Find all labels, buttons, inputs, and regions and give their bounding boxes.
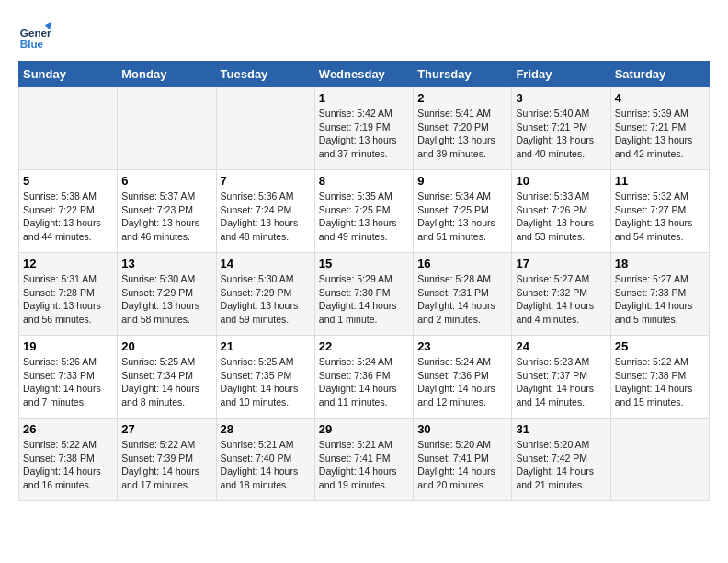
day-number: 6 [121,174,211,188]
calendar-cell: 25Sunrise: 5:22 AMSunset: 7:38 PMDayligh… [610,336,709,419]
week-row-5: 26Sunrise: 5:22 AMSunset: 7:38 PMDayligh… [19,419,710,501]
day-number: 23 [417,339,507,353]
calendar-cell: 16Sunrise: 5:28 AMSunset: 7:31 PMDayligh… [414,253,512,336]
calendar-cell: 28Sunrise: 5:21 AMSunset: 7:40 PMDayligh… [216,419,314,501]
weekday-header-monday: Monday [118,62,216,87]
day-number: 17 [516,257,606,270]
calendar-cell: 19Sunrise: 5:26 AMSunset: 7:33 PMDayligh… [19,336,118,419]
calendar-cell: 7Sunrise: 5:36 AMSunset: 7:24 PMDaylight… [216,170,314,253]
day-number: 29 [319,422,409,436]
day-info: Sunrise: 5:36 AMSunset: 7:24 PMDaylight:… [221,190,311,244]
day-info: Sunrise: 5:38 AMSunset: 7:22 PMDaylight:… [23,190,113,244]
day-info: Sunrise: 5:40 AMSunset: 7:21 PMDaylight:… [516,107,606,161]
calendar-cell: 4Sunrise: 5:39 AMSunset: 7:21 PMDaylight… [610,87,709,170]
day-info: Sunrise: 5:30 AMSunset: 7:29 PMDaylight:… [221,272,311,327]
week-row-4: 19Sunrise: 5:26 AMSunset: 7:33 PMDayligh… [19,336,710,419]
day-number: 7 [221,174,311,188]
calendar-cell: 24Sunrise: 5:23 AMSunset: 7:37 PMDayligh… [512,336,610,419]
day-info: Sunrise: 5:21 AMSunset: 7:40 PMDaylight:… [221,438,311,492]
day-number: 10 [516,174,606,188]
day-info: Sunrise: 5:34 AMSunset: 7:25 PMDaylight:… [417,190,507,244]
calendar-cell: 31Sunrise: 5:20 AMSunset: 7:42 PMDayligh… [512,419,610,501]
day-info: Sunrise: 5:41 AMSunset: 7:20 PMDaylight:… [417,107,507,161]
day-info: Sunrise: 5:20 AMSunset: 7:42 PMDaylight:… [516,438,606,492]
day-info: Sunrise: 5:21 AMSunset: 7:41 PMDaylight:… [319,438,409,492]
day-info: Sunrise: 5:25 AMSunset: 7:35 PMDaylight:… [221,355,311,409]
day-number: 11 [615,174,705,188]
calendar-cell [118,87,216,170]
calendar-cell: 10Sunrise: 5:33 AMSunset: 7:26 PMDayligh… [512,170,610,253]
day-info: Sunrise: 5:24 AMSunset: 7:36 PMDaylight:… [319,355,409,409]
day-info: Sunrise: 5:30 AMSunset: 7:29 PMDaylight:… [121,272,211,327]
calendar-cell: 15Sunrise: 5:29 AMSunset: 7:30 PMDayligh… [314,253,413,336]
page-header: General Blue [18,18,710,52]
day-info: Sunrise: 5:27 AMSunset: 7:32 PMDaylight:… [516,272,606,327]
day-info: Sunrise: 5:33 AMSunset: 7:26 PMDaylight:… [516,190,606,244]
day-number: 18 [615,257,705,270]
weekday-header-sunday: Sunday [19,62,118,87]
day-number: 21 [221,339,311,353]
day-number: 31 [516,422,606,436]
day-info: Sunrise: 5:32 AMSunset: 7:27 PMDaylight:… [615,190,705,244]
svg-text:Blue: Blue [20,38,44,50]
day-info: Sunrise: 5:42 AMSunset: 7:19 PMDaylight:… [319,107,409,161]
calendar-cell: 13Sunrise: 5:30 AMSunset: 7:29 PMDayligh… [118,253,216,336]
calendar-cell: 17Sunrise: 5:27 AMSunset: 7:32 PMDayligh… [512,253,610,336]
calendar-cell [19,87,118,170]
day-info: Sunrise: 5:22 AMSunset: 7:38 PMDaylight:… [23,438,113,492]
day-info: Sunrise: 5:28 AMSunset: 7:31 PMDaylight:… [417,272,507,327]
day-number: 27 [121,422,211,436]
calendar-cell: 9Sunrise: 5:34 AMSunset: 7:25 PMDaylight… [414,170,512,253]
calendar-cell: 20Sunrise: 5:25 AMSunset: 7:34 PMDayligh… [118,336,216,419]
day-number: 13 [121,257,211,270]
day-number: 5 [23,174,113,188]
day-number: 9 [417,174,507,188]
day-info: Sunrise: 5:25 AMSunset: 7:34 PMDaylight:… [121,355,211,409]
calendar-cell: 30Sunrise: 5:20 AMSunset: 7:41 PMDayligh… [414,419,512,501]
calendar-table: SundayMondayTuesdayWednesdayThursdayFrid… [18,61,710,501]
day-number: 3 [516,91,606,105]
calendar-cell: 5Sunrise: 5:38 AMSunset: 7:22 PMDaylight… [19,170,118,253]
day-info: Sunrise: 5:23 AMSunset: 7:37 PMDaylight:… [516,355,606,409]
calendar-cell: 6Sunrise: 5:37 AMSunset: 7:23 PMDaylight… [118,170,216,253]
day-number: 8 [319,174,409,188]
week-row-3: 12Sunrise: 5:31 AMSunset: 7:28 PMDayligh… [19,253,710,336]
calendar-cell: 23Sunrise: 5:24 AMSunset: 7:36 PMDayligh… [414,336,512,419]
day-info: Sunrise: 5:22 AMSunset: 7:38 PMDaylight:… [615,355,705,409]
calendar-cell: 22Sunrise: 5:24 AMSunset: 7:36 PMDayligh… [314,336,413,419]
day-number: 15 [319,257,409,270]
day-info: Sunrise: 5:35 AMSunset: 7:25 PMDaylight:… [319,190,409,244]
calendar-cell: 12Sunrise: 5:31 AMSunset: 7:28 PMDayligh… [19,253,118,336]
calendar-cell: 18Sunrise: 5:27 AMSunset: 7:33 PMDayligh… [610,253,709,336]
calendar-cell: 1Sunrise: 5:42 AMSunset: 7:19 PMDaylight… [314,87,413,170]
calendar-cell: 21Sunrise: 5:25 AMSunset: 7:35 PMDayligh… [216,336,314,419]
day-number: 30 [417,422,507,436]
day-number: 24 [516,339,606,353]
day-info: Sunrise: 5:26 AMSunset: 7:33 PMDaylight:… [23,355,113,409]
calendar-cell [610,419,709,501]
calendar-cell: 27Sunrise: 5:22 AMSunset: 7:39 PMDayligh… [118,419,216,501]
day-number: 19 [23,339,113,353]
day-number: 4 [615,91,705,105]
day-info: Sunrise: 5:31 AMSunset: 7:28 PMDaylight:… [23,272,113,327]
svg-text:General: General [20,27,51,39]
weekday-header-wednesday: Wednesday [314,62,413,87]
day-number: 2 [417,91,507,105]
week-row-1: 1Sunrise: 5:42 AMSunset: 7:19 PMDaylight… [19,87,710,170]
day-info: Sunrise: 5:24 AMSunset: 7:36 PMDaylight:… [417,355,507,409]
weekday-header-saturday: Saturday [610,62,709,87]
calendar-cell: 2Sunrise: 5:41 AMSunset: 7:20 PMDaylight… [414,87,512,170]
week-row-2: 5Sunrise: 5:38 AMSunset: 7:22 PMDaylight… [19,170,710,253]
day-info: Sunrise: 5:22 AMSunset: 7:39 PMDaylight:… [121,438,211,492]
weekday-header-friday: Friday [512,62,610,87]
calendar-cell: 14Sunrise: 5:30 AMSunset: 7:29 PMDayligh… [216,253,314,336]
day-info: Sunrise: 5:37 AMSunset: 7:23 PMDaylight:… [121,190,211,244]
day-number: 20 [121,339,211,353]
day-number: 28 [221,422,311,436]
calendar-cell: 3Sunrise: 5:40 AMSunset: 7:21 PMDaylight… [512,87,610,170]
logo-icon: General Blue [18,18,51,52]
calendar-cell: 11Sunrise: 5:32 AMSunset: 7:27 PMDayligh… [610,170,709,253]
day-info: Sunrise: 5:20 AMSunset: 7:41 PMDaylight:… [417,438,507,492]
weekday-header-row: SundayMondayTuesdayWednesdayThursdayFrid… [19,62,710,87]
logo: General Blue [18,18,55,52]
